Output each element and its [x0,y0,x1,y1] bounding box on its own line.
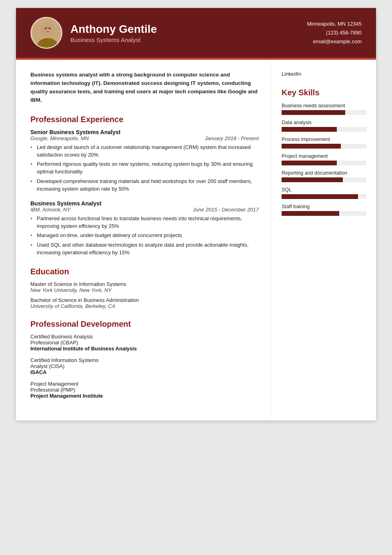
experience-section: Professional Experience Senior Business … [30,115,259,257]
dev-0-name: Certified Business AnalysisProfessional … [30,334,259,346]
skill-bar-fill-6 [282,211,339,216]
header-contact: Minneapolis, MN 12345 (123) 456-7890 ema… [307,20,362,46]
skill-label-0: Business needs assessment [282,103,366,109]
svg-point-0 [40,22,55,36]
right-column: LinkedIn Key Skills Business needs asses… [272,60,376,420]
contact-location: Minneapolis, MN 12345 [307,20,362,28]
edu-1-degree: Bachelor of Science in Business Administ… [30,297,259,303]
dev-1: Certified Information SystemsAnalyst (CI… [30,357,259,375]
education-section: Education Master of Science in Informati… [30,267,259,309]
edu-0-degree: Master of Science in Information Systems [30,281,259,287]
dev-0: Certified Business AnalysisProfessional … [30,334,259,352]
job-0-meta: Google, Minneapolis, MN January 2018 - P… [30,135,259,141]
candidate-title: Business Systems Analyst [70,36,157,43]
skill-item-5: SQL [282,187,366,199]
skill-bar-fill-0 [282,110,345,115]
skills-title: Key Skills [282,88,366,97]
skill-label-2: Process improvement [282,137,366,142]
skill-item-0: Business needs assessment [282,103,366,115]
skills-list: Business needs assessmentData analysisPr… [282,103,366,216]
dev-2-issuer: Project Management Institute [30,393,259,399]
skill-bar-fill-4 [282,177,343,182]
skill-bar-bg-2 [282,144,366,149]
education-title: Education [30,267,259,276]
header-name-block: Anthony Gentile Business Systems Analyst [70,23,157,43]
skill-label-6: Staff training [282,204,366,209]
prodev-title: Professional Development [30,320,259,329]
dev-0-issuer: International Institute of Business Anal… [30,346,259,352]
edu-1: Bachelor of Science in Business Administ… [30,297,259,309]
skill-bar-bg-5 [282,194,366,199]
dev-1-name: Certified Information SystemsAnalyst (CI… [30,357,259,369]
skill-item-1: Data analysis [282,120,366,132]
skill-bar-bg-1 [282,127,366,132]
skill-label-5: SQL [282,187,366,193]
skill-item-3: Project management [282,153,366,165]
experience-title: Professional Experience [30,115,259,124]
job-1-meta: IBM, Armonk, NY June 2015 - December 201… [30,207,259,213]
skill-bar-fill-5 [282,194,358,199]
summary-text: Business systems analyst with a strong b… [30,71,259,105]
skill-bar-fill-2 [282,144,341,149]
list-item: Used SQL and other database technologies… [30,241,259,257]
skill-bar-bg-6 [282,211,366,216]
job-1-company: IBM, Armonk, NY [30,207,70,213]
job-1-bullets: Partnered across functional lines to tra… [30,215,259,257]
candidate-name: Anthony Gentile [70,23,157,36]
skill-label-3: Project management [282,153,366,159]
svg-point-3 [49,28,50,29]
linkedin-link[interactable]: LinkedIn [282,71,366,77]
body-section: Business systems analyst with a strong b… [16,60,376,420]
list-item: Led design and launch of a customer rela… [30,144,259,159]
dev-1-issuer: ISACA [30,369,259,375]
job-0-bullets: Led design and launch of a customer rela… [30,144,259,193]
skill-item-2: Process improvement [282,137,366,149]
avatar [30,17,62,49]
prodev-section: Professional Development Certified Busin… [30,320,259,399]
skill-bar-bg-4 [282,177,366,182]
job-0-title: Senior Business Systems Analyst [30,129,259,135]
job-0-dates: January 2018 - Present [205,135,259,141]
job-0-company: Google, Minneapolis, MN [30,135,89,141]
edu-0-school: New York University, New York, NY [30,287,259,293]
list-item: Partnered across functional lines to tra… [30,215,259,230]
list-item: Performed rigorous quality tests on new … [30,161,259,176]
edu-0: Master of Science in Information Systems… [30,281,259,293]
left-column: Business systems analyst with a strong b… [16,60,272,420]
job-1: Business Systems Analyst IBM, Armonk, NY… [30,200,259,257]
skill-item-6: Staff training [282,204,366,216]
skill-bar-bg-0 [282,110,366,115]
contact-phone: (123) 456-7890 [307,28,362,37]
header-section: Anthony Gentile Business Systems Analyst… [16,8,376,58]
svg-point-2 [45,28,46,29]
skill-item-4: Reporting and documentation [282,170,366,182]
list-item: Managed on-time, under-budget delivery o… [30,232,259,239]
job-1-dates: June 2015 - December 2017 [193,207,259,213]
skill-bar-fill-3 [282,161,337,165]
resume-document: Anthony Gentile Business Systems Analyst… [16,8,376,420]
dev-2-name: Project ManagementProfessional (PMP) [30,381,259,393]
skill-bar-fill-1 [282,127,337,132]
header-left: Anthony Gentile Business Systems Analyst [30,17,157,49]
job-0: Senior Business Systems Analyst Google, … [30,129,259,193]
edu-1-school: University of California, Berkeley, CA [30,303,259,309]
job-1-title: Business Systems Analyst [30,200,259,207]
list-item: Developed comprehensive training materia… [30,178,259,193]
skill-label-4: Reporting and documentation [282,170,366,176]
svg-point-1 [37,38,58,49]
dev-2: Project ManagementProfessional (PMP) Pro… [30,381,259,399]
skill-bar-bg-3 [282,161,366,165]
contact-email: email@example.com [307,37,362,46]
skill-label-1: Data analysis [282,120,366,125]
